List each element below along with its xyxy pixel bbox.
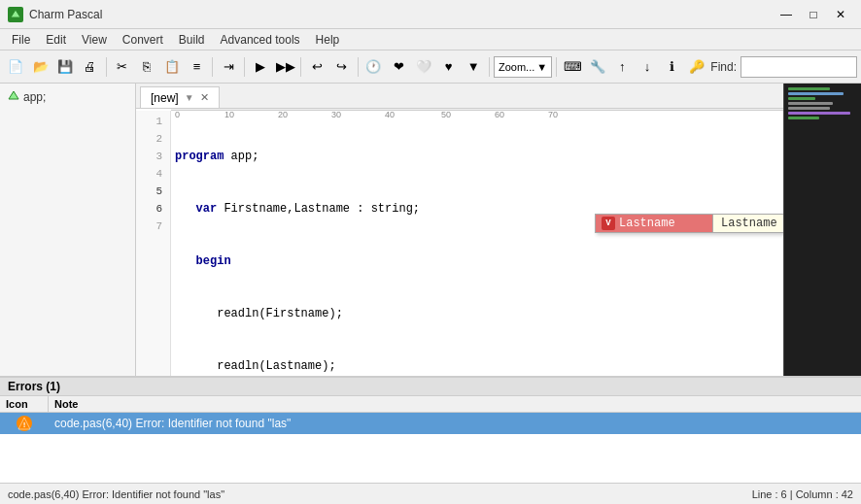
warning-icon: ! [17, 416, 32, 431]
toolbar-sep6 [489, 57, 490, 77]
new-button[interactable]: 📄 [4, 55, 27, 79]
code-line-1: program app; [175, 148, 779, 165]
code-indent2 [175, 200, 196, 218]
run-button[interactable]: ▶▶ [274, 55, 297, 79]
zoom-arrow: ▼ [536, 61, 547, 73]
menu-edit[interactable]: Edit [38, 31, 74, 49]
bookmark-button[interactable]: ❤ [387, 55, 410, 79]
ruler-marks: 0 10 20 30 40 50 60 70 [171, 109, 783, 110]
maximize-button[interactable]: □ [801, 5, 826, 24]
editor-container: [new] ▼ ✕ 0 10 20 30 40 50 60 70 [136, 84, 783, 376]
code-app: app; [224, 148, 258, 165]
toolbar-sep2 [212, 57, 213, 77]
tools2-button[interactable]: 🔑 [686, 55, 709, 79]
history-button[interactable]: 🕐 [362, 55, 386, 79]
code-line-4: readln(Firstname); [175, 305, 779, 322]
menu-convert[interactable]: Convert [115, 31, 171, 49]
code-line-3: begin [175, 252, 779, 270]
titlebar-left: Charm Pascal [8, 7, 102, 22]
app-title: Charm Pascal [29, 8, 102, 21]
autocomplete-hint: Lastname [712, 215, 783, 232]
copy-button[interactable]: ⎘ [135, 55, 158, 79]
minimap-line-1 [788, 87, 857, 90]
error-row-1[interactable]: ! code.pas(6,40) Error: Identifier not f… [0, 413, 861, 434]
editor-tab-new[interactable]: [new] ▼ ✕ [140, 86, 220, 108]
tab-close-btn[interactable]: ✕ [200, 91, 209, 104]
save-button[interactable]: 💾 [53, 55, 77, 79]
code-indent3 [175, 252, 196, 270]
indent-button[interactable]: ⇥ [217, 55, 240, 79]
line-num-2: 2 [136, 130, 166, 148]
status-error-text: code.pas(6,40) Error: Identifier not fou… [8, 488, 224, 500]
code-readln1: readln(Firstname); [175, 305, 343, 322]
paste-button[interactable]: 📋 [160, 55, 184, 79]
left-panel: app; [0, 84, 136, 376]
down-button[interactable]: ↓ [636, 55, 659, 79]
errors-header: Errors (1) [0, 378, 861, 396]
line-num-7: 7 [136, 218, 166, 235]
toolbar-sep1 [106, 57, 107, 77]
menu-help[interactable]: Help [308, 31, 348, 49]
app-icon-small [8, 89, 19, 105]
find-label: Find: [710, 60, 737, 74]
close-button[interactable]: ✕ [828, 5, 853, 24]
cut-button[interactable]: ✂ [111, 55, 134, 79]
status-position-text: Line : 6 | Column : 42 [752, 488, 853, 500]
tab-hide-btn[interactable]: ▼ [185, 92, 194, 103]
menubar: File Edit View Convert Build Advanced to… [0, 29, 861, 50]
up-button[interactable]: ↑ [611, 55, 635, 79]
print-button[interactable]: 🖨 [79, 55, 102, 79]
redo-button[interactable]: ↪ [330, 55, 354, 79]
code-area: 1 2 3 4 5 6 7 program app; var Firstname… [136, 111, 783, 376]
char-button[interactable]: ⌨ [561, 55, 584, 79]
line-num-5: 5 [136, 183, 166, 200]
find-area: Find: [710, 56, 857, 78]
code-editor[interactable]: 0 10 20 30 40 50 60 70 1 2 3 4 5 [136, 109, 783, 376]
minimap-line-5 [788, 107, 857, 110]
info-button[interactable]: ℹ [661, 55, 684, 79]
line-num-4: 4 [136, 165, 166, 183]
right-panel [783, 84, 861, 376]
compile-button[interactable]: ▶ [249, 55, 272, 79]
col-icon-header: Icon [0, 396, 49, 412]
kw-program: program [175, 148, 224, 165]
autocomplete-item[interactable]: V Lastname [596, 215, 712, 232]
minimap-line-4 [788, 102, 857, 105]
tab-label: [new] [151, 91, 179, 105]
undo-button[interactable]: ↩ [305, 55, 328, 79]
titlebar: Charm Pascal — □ ✕ [0, 0, 861, 29]
toolbar-sep4 [300, 57, 301, 77]
menu-advanced[interactable]: Advanced tools [213, 31, 308, 49]
code-readln2: readln(Lastname); [175, 357, 336, 375]
menu-file[interactable]: File [4, 31, 38, 49]
minimize-button[interactable]: — [774, 5, 799, 24]
toolbar-sep7 [556, 57, 557, 77]
sort-button[interactable]: ≡ [186, 55, 209, 79]
find-input[interactable] [740, 56, 857, 78]
statusbar: code.pas(6,40) Error: Identifier not fou… [0, 483, 861, 504]
menu-view[interactable]: View [74, 31, 115, 49]
menu-build[interactable]: Build [171, 31, 213, 49]
window-controls: — □ ✕ [774, 5, 853, 24]
code-content[interactable]: program app; var Firstname,Lastname : st… [171, 111, 783, 376]
zoom-combo[interactable]: Zoom... ▼ [494, 56, 552, 78]
line-num-1: 1 [136, 113, 166, 130]
bookmark2-button[interactable]: 🤍 [412, 55, 435, 79]
zoom-label: Zoom... [499, 61, 534, 73]
line-num-6: 6 [136, 200, 166, 218]
editor-tab-bar: [new] ▼ ✕ [136, 84, 783, 109]
toolbar-sep3 [244, 57, 245, 77]
bottom-panel: Errors (1) Icon Note ! code.pas(6,40) Er… [0, 376, 861, 483]
left-panel-item[interactable]: app; [4, 87, 131, 107]
kw-var: var [196, 200, 218, 218]
autocomplete-text: Lastname [619, 217, 675, 230]
left-panel-label: app; [23, 90, 46, 104]
nav-dropdown[interactable]: ▼ [462, 55, 485, 79]
debug-button[interactable]: 🔧 [586, 55, 609, 79]
toolbar-sep5 [358, 57, 359, 77]
favorite-button[interactable]: ♥ [437, 55, 461, 79]
minimap-line-6 [788, 112, 857, 115]
autocomplete-dropdown[interactable]: V Lastname Lastname [595, 214, 783, 233]
main-area: app; [new] ▼ ✕ 0 10 20 30 40 50 [0, 84, 861, 376]
open-button[interactable]: 📂 [29, 55, 52, 79]
